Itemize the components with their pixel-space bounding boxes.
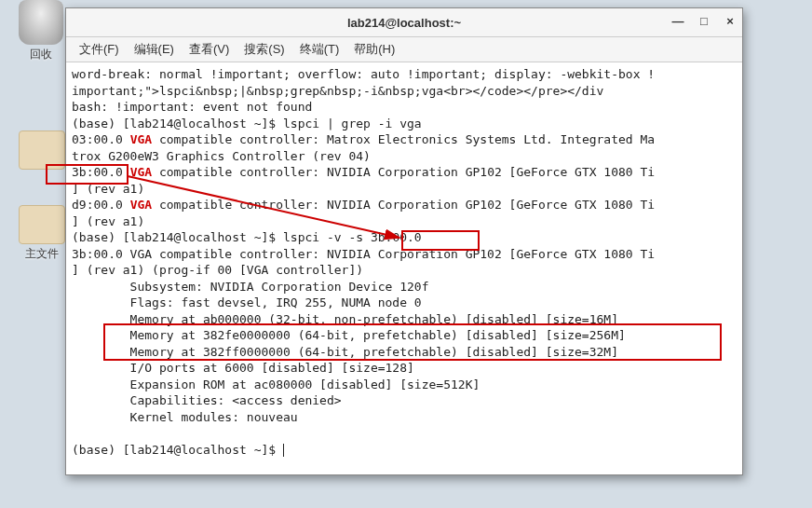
folder-icon: [19, 130, 65, 170]
prompt: (base) [lab214@localhost ~]$: [72, 230, 283, 244]
close-button[interactable]: ×: [722, 12, 738, 29]
menu-edit[interactable]: 编辑(E): [127, 41, 182, 58]
minimize-button[interactable]: —: [670, 12, 686, 29]
cursor: [283, 444, 284, 457]
menu-help[interactable]: 帮助(H): [346, 41, 402, 58]
menu-terminal[interactable]: 终端(T): [292, 41, 347, 58]
trash-label: 回收: [19, 47, 63, 62]
line: ] (rev a1) (prog-if 00 [VGA controller]): [72, 263, 363, 277]
line: important;">lspci&nbsp;|&nbsp;grep&nbsp;…: [72, 84, 603, 98]
line: 3b:00.0 VGA compatible controller: NVIDI…: [72, 247, 655, 261]
line: ] (rev a1): [72, 214, 144, 228]
menu-file[interactable]: 文件(F): [72, 41, 127, 58]
terminal-window: lab214@localhost:~ — □ × 文件(F) 编辑(E) 查看(…: [65, 7, 743, 475]
line: Capabilities: <access denied>: [72, 393, 342, 407]
maximize-button[interactable]: □: [696, 12, 712, 29]
line: compatible controller: NVIDIA Corporatio…: [152, 198, 655, 212]
line: Subsystem: NVIDIA Corporation Device 120…: [72, 280, 429, 294]
line: Expansion ROM at ac080000 [disabled] [si…: [72, 378, 480, 391]
vga-match: VGA: [130, 165, 152, 179]
menu-view[interactable]: 查看(V): [182, 41, 237, 58]
line: ] (rev a1): [72, 182, 144, 196]
folder2-label: 主文件: [19, 246, 65, 262]
vga-match: VGA: [130, 198, 152, 212]
vga-match: VGA: [130, 132, 152, 146]
line: compatible controller: Matrox Electronic…: [152, 132, 655, 146]
folder-icon: [19, 205, 65, 244]
terminal-body[interactable]: word-break: normal !important; overflow:…: [66, 62, 742, 508]
desktop-folder2-icon[interactable]: 主文件: [19, 205, 65, 262]
line: I/O ports at 6000 [disabled] [size=128]: [72, 361, 414, 375]
pci-id: d9:00.0: [72, 198, 130, 212]
prompt: (base) [lab214@localhost ~]$: [72, 117, 283, 130]
cmd: lspci | grep -i vga: [283, 117, 422, 130]
line: trox G200eW3 Graphics Controller (rev 04…: [72, 149, 371, 163]
prompt: (base) [lab214@localhost ~]$: [72, 443, 283, 457]
line: Kernel modules: nouveau: [72, 410, 298, 424]
line: Memory at 382fe0000000 (64-bit, prefetch…: [72, 328, 626, 342]
window-title: lab214@localhost:~: [347, 16, 461, 30]
line: word-break: normal !important; overflow:…: [72, 67, 655, 81]
menubar: 文件(F) 编辑(E) 查看(V) 搜索(S) 终端(T) 帮助(H): [66, 37, 742, 62]
titlebar[interactable]: lab214@localhost:~ — □ ×: [66, 8, 742, 37]
desktop-trash-icon[interactable]: 回收: [19, 0, 63, 62]
line: Flags: fast devsel, IRQ 255, NUMA node 0: [72, 295, 422, 309]
pci-id: 3b:00.0: [72, 165, 130, 179]
line: Memory at ab000000 (32-bit, non-prefetch…: [72, 312, 618, 326]
trash-icon: [19, 0, 63, 45]
line: Memory at 382ff0000000 (64-bit, prefetch…: [72, 345, 618, 359]
desktop-folder-icon[interactable]: [19, 130, 65, 170]
cmd: lspci -v -s 3b:00.0: [283, 230, 422, 244]
line: bash: !important: event not found: [72, 100, 312, 114]
line: compatible controller: NVIDIA Corporatio…: [152, 165, 655, 179]
pci-id: 03:00.0: [72, 132, 130, 146]
menu-search[interactable]: 搜索(S): [237, 41, 291, 58]
